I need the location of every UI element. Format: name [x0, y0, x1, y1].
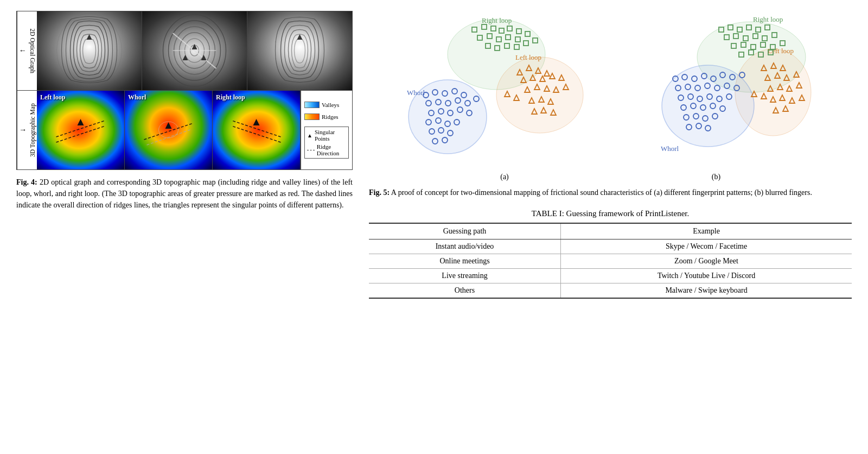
- fig4-bottom-label: 3D Topographic Map ↓: [17, 91, 37, 169]
- legend-valleys-row: Valleys: [304, 102, 349, 108]
- cell-example-3: Twitch / Youtube Live / Discord: [561, 269, 852, 283]
- left-loop-label: Left loop: [40, 93, 65, 102]
- figure-4-wrapper: 2D Optical Graph ↓: [16, 11, 353, 170]
- scatter-svg-a: Right loop Left loop Whorl: [401, 11, 608, 168]
- svg-marker-11: [183, 55, 188, 60]
- col-example: Example: [561, 223, 852, 239]
- scatter-svg-b: Right loop Left loop Whorl: [613, 11, 819, 168]
- valleys-label: Valleys: [322, 102, 339, 108]
- heat-whorl: Whorl: [125, 91, 213, 169]
- table-row: Live streaming Twitch / Youtube Live / D…: [369, 269, 852, 283]
- svg-marker-10: [192, 44, 197, 49]
- a-right-loop-label: Right loop: [482, 16, 512, 24]
- svg-marker-20: [165, 122, 172, 129]
- fig4-top-row: 2D Optical Graph ↓: [17, 11, 352, 91]
- fp-gray-3: [247, 11, 352, 90]
- fig5-caption-text: A proof of concept for two-dimensional m…: [391, 188, 812, 197]
- cell-path-2: Online meetings: [369, 254, 561, 269]
- scatter-container: Right loop Left loop Whorl: [369, 11, 852, 181]
- ridge-direction-label: Ridge Direction: [317, 143, 346, 156]
- table-title: TABLE I: Guessing framework of PrintList…: [369, 209, 852, 218]
- ridges-label: Ridges: [322, 114, 339, 120]
- ridge-direction-legend: Ridge Direction: [307, 143, 346, 156]
- table-body: Instant audio/video Skype / Wecom / Face…: [369, 239, 852, 299]
- svg-marker-23: [253, 119, 260, 125]
- table-row: Others Malware / Swipe keyboard: [369, 283, 852, 299]
- b-right-loop-label: Right loop: [753, 15, 783, 23]
- a-whorl-label: Whorl: [407, 89, 425, 97]
- cell-path-4: Others: [369, 283, 561, 299]
- svg-marker-16: [78, 119, 84, 125]
- singular-points-label: Singular Points: [315, 129, 346, 142]
- cell-path-1: Instant audio/video: [369, 239, 561, 254]
- table-row: Online meetings Zoom / Google Meet: [369, 254, 852, 269]
- legend-box-2: ▲ Singular Points Ridge Direction: [304, 127, 349, 159]
- cell-example-4: Malware / Swipe keyboard: [561, 283, 852, 299]
- table-header: Guessing path Example: [369, 223, 852, 239]
- table-section: TABLE I: Guessing framework of PrintList…: [369, 209, 852, 299]
- table-i: Guessing path Example Instant audio/vide…: [369, 223, 852, 299]
- b-whorl-label: Whorl: [661, 144, 679, 153]
- dashed-line-icon: [307, 150, 315, 150]
- fig5-caption-label: Fig. 5:: [369, 188, 390, 197]
- fig4-caption: Fig. 4: 2D optical graph and correspondi…: [16, 176, 353, 211]
- legend-ridges-row: Ridges: [304, 114, 349, 120]
- arrow-down-icon: ↓: [18, 49, 27, 53]
- svg-marker-1: [87, 34, 92, 40]
- svg-line-22: [232, 126, 281, 142]
- whorl-label: Whorl: [128, 93, 146, 102]
- b-left-loop-label: Left loop: [768, 47, 794, 55]
- col-guessing-path: Guessing path: [369, 223, 561, 239]
- cell-path-3: Live streaming: [369, 269, 561, 283]
- fig5-caption: Fig. 5: A proof of concept for two-dimen…: [369, 187, 852, 198]
- fig4-top-images: [37, 11, 352, 90]
- scatter-b-label: (b): [613, 173, 819, 181]
- scatter-a-label: (a): [401, 173, 608, 181]
- fig4-caption-text: 2D optical graph and corresponding 3D to…: [16, 178, 353, 209]
- ridges-swatch: [304, 114, 320, 120]
- left-column: 2D Optical Graph ↓: [16, 11, 353, 443]
- table-row: Instant audio/video Skype / Wecom / Face…: [369, 239, 852, 254]
- right-column: Right loop Left loop Whorl: [369, 11, 852, 443]
- fig4-caption-label: Fig. 4:: [16, 178, 37, 186]
- svg-marker-13: [297, 34, 303, 40]
- svg-marker-12: [201, 55, 207, 60]
- fp-gray-2: [142, 11, 247, 90]
- heat-right-loop: Right loop: [213, 91, 301, 169]
- valleys-swatch: [304, 102, 320, 108]
- singular-points-legend: ▲ Singular Points: [307, 129, 346, 142]
- fp-gray-1: [37, 11, 142, 90]
- right-loop-label: Right loop: [216, 93, 245, 102]
- fig4-top-label: 2D Optical Graph ↓: [17, 11, 37, 90]
- scatter-plot-a: Right loop Left loop Whorl: [401, 11, 608, 181]
- a-left-loop-label: Left loop: [515, 53, 541, 61]
- fig4-bottom-images: Left loop Whorl: [37, 91, 352, 169]
- arrow-down-icon-2: ↓: [18, 128, 27, 132]
- cell-example-2: Zoom / Google Meet: [561, 254, 852, 269]
- legend-side: Valleys Ridges ▲ Singular Points: [301, 91, 352, 169]
- cell-example-1: Skype / Wecom / Facetime: [561, 239, 852, 254]
- svg-line-19: [147, 130, 190, 145]
- heat-left-loop: Left loop: [37, 91, 125, 169]
- fig4-bottom-row: 3D Topographic Map ↓ Left loop: [17, 91, 352, 169]
- scatter-plot-b: Right loop Left loop Whorl: [613, 11, 819, 181]
- svg-line-15: [56, 126, 105, 142]
- triangle-icon: ▲: [307, 133, 312, 138]
- table-header-row: Guessing path Example: [369, 223, 852, 239]
